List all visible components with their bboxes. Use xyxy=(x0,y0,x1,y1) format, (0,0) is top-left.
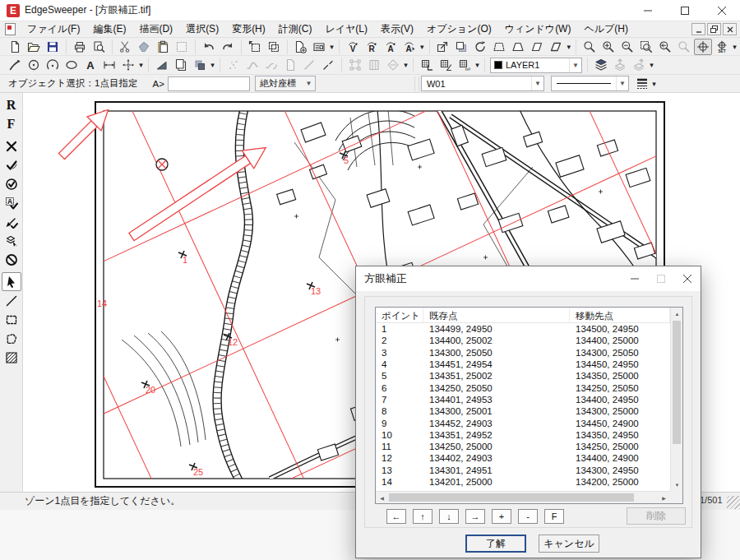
menu-item-1[interactable]: 編集(E) xyxy=(86,21,132,38)
menu-item-7[interactable]: 表示(V) xyxy=(374,21,420,38)
line-slash-button[interactable] xyxy=(319,57,337,73)
nudge-button-plus[interactable]: + xyxy=(492,509,511,524)
scroll-down-icon[interactable]: ▼ xyxy=(671,479,683,491)
coord-mode-select[interactable]: 絶対座標 ▼ xyxy=(255,76,316,91)
group-overflow[interactable]: ▾ xyxy=(732,39,738,55)
doc-add-button[interactable] xyxy=(291,39,309,55)
trapezoid-dashed-button[interactable] xyxy=(490,39,508,55)
column-header-2[interactable]: 移動先点 xyxy=(570,308,670,322)
points-list[interactable]: ポイント既存点移動先点 1134499, 24950134500, 249502… xyxy=(375,307,683,504)
close-button[interactable] xyxy=(703,0,740,21)
tool-check-pen-button[interactable] xyxy=(2,212,21,231)
menu-item-4[interactable]: 変形(H) xyxy=(225,21,272,38)
chevron-down-icon[interactable]: ▼ xyxy=(531,76,543,90)
line-style-select[interactable]: ▼ xyxy=(551,76,629,91)
tool-prohibit-button[interactable] xyxy=(2,250,21,269)
zoom-out-button[interactable] xyxy=(618,39,636,55)
table-row[interactable]: 1134499, 24950134500, 24950 xyxy=(376,323,670,335)
scroll-up-icon[interactable]: ▲ xyxy=(671,308,683,320)
nudge-button-down[interactable]: ↓ xyxy=(439,509,459,524)
tool-check-text-button[interactable]: A xyxy=(2,193,21,212)
minimize-button[interactable] xyxy=(629,0,666,21)
property-list-button[interactable] xyxy=(310,39,328,55)
nudge-button-minus[interactable]: - xyxy=(518,509,538,524)
nudge-button-left[interactable]: ← xyxy=(386,509,406,524)
zoom-region-button[interactable] xyxy=(637,39,655,55)
rotate-a-button[interactable]: A xyxy=(382,39,400,55)
horizontal-scrollbar[interactable]: ◀ ▶ xyxy=(376,491,670,503)
group-overflow[interactable]: ▾ xyxy=(138,57,144,73)
erase-button[interactable] xyxy=(135,39,153,55)
horizontal-scroll-thumb[interactable] xyxy=(389,493,634,502)
rotate-v-button[interactable]: V xyxy=(344,39,362,55)
document-icon[interactable] xyxy=(5,23,16,35)
arc-center-button[interactable] xyxy=(44,57,62,73)
copy-object-button[interactable] xyxy=(172,57,190,73)
nudge-button-up[interactable]: ↑ xyxy=(413,509,432,524)
measure-angle-button[interactable] xyxy=(437,57,455,73)
table-row[interactable]: 5134351, 25002134350, 25000 xyxy=(376,370,670,382)
undo-button[interactable] xyxy=(200,39,218,55)
scroll-right-icon[interactable]: ▶ xyxy=(658,492,670,504)
maximize-button[interactable] xyxy=(666,0,703,21)
menu-item-8[interactable]: オプション(O) xyxy=(420,21,498,38)
shape-copy-button[interactable] xyxy=(452,39,470,55)
tool-hatch-button[interactable] xyxy=(2,348,21,367)
group-overflow[interactable]: ▾ xyxy=(474,57,480,73)
tool-r-button[interactable]: R xyxy=(2,95,21,114)
rect-stack-button[interactable] xyxy=(191,57,209,73)
zoom-tool-button[interactable] xyxy=(580,39,599,55)
menu-item-10[interactable]: ヘルプ(H) xyxy=(577,21,635,38)
group-overflow[interactable]: ▾ xyxy=(419,39,425,55)
print-preview-button[interactable] xyxy=(90,39,108,55)
print-button[interactable] xyxy=(71,39,89,55)
table-row[interactable]: 3134300, 25050134300, 25050 xyxy=(376,347,670,359)
coord-input[interactable] xyxy=(168,76,250,91)
group-overflow[interactable]: ▾ xyxy=(566,39,571,55)
menu-item-0[interactable]: ファイル(F) xyxy=(21,21,86,38)
column-header-1[interactable]: 既存点 xyxy=(423,308,570,322)
mdi-minimize-button[interactable] xyxy=(691,23,705,35)
view-center-button[interactable] xyxy=(694,39,712,55)
open-file-button[interactable] xyxy=(25,39,43,55)
tool-arrow-button[interactable] xyxy=(2,272,21,291)
tool-check-circle-button[interactable] xyxy=(2,174,21,193)
table-row[interactable]: 13134301, 24951134300, 24950 xyxy=(376,465,670,476)
measure-area-button[interactable]: m² xyxy=(456,57,474,73)
nudge-button-right[interactable]: → xyxy=(465,509,485,524)
table-row[interactable]: 10134351, 24952134350, 24950 xyxy=(376,429,670,441)
tool-rect-select-button[interactable] xyxy=(2,310,21,329)
rotate-r-button[interactable]: R xyxy=(363,39,381,55)
save-file-button[interactable] xyxy=(44,39,62,55)
mdi-close-button[interactable] xyxy=(723,23,737,35)
table-row[interactable]: 14134201, 25000134200, 25000 xyxy=(376,476,670,488)
text-tool-button[interactable]: A xyxy=(81,57,99,73)
table-row[interactable]: 4134451, 24954134450, 24950 xyxy=(376,359,670,370)
scroll-left-icon[interactable]: ◀ xyxy=(376,492,388,504)
group-overflow[interactable]: ▾ xyxy=(210,57,215,73)
paste-button[interactable] xyxy=(154,39,172,55)
list-header[interactable]: ポイント既存点移動先点 xyxy=(376,308,670,323)
ok-button[interactable]: 了解 xyxy=(465,535,526,553)
circle-center-button[interactable] xyxy=(25,57,43,73)
menu-item-6[interactable]: レイヤ(L) xyxy=(318,21,374,38)
group-overflow[interactable]: ▾ xyxy=(651,76,657,92)
tool-delete-x-button[interactable] xyxy=(2,137,21,155)
pen-line-button[interactable] xyxy=(6,57,24,73)
rotate-a-move-button[interactable]: A xyxy=(400,39,419,55)
column-header-0[interactable]: ポイント xyxy=(376,308,423,322)
vertical-scrollbar[interactable]: ▲ ▼ xyxy=(670,308,682,491)
redo-button[interactable] xyxy=(219,39,237,55)
table-row[interactable]: 9134452, 24903134450, 24900 xyxy=(376,417,670,428)
table-row[interactable]: 12134402, 24903134400, 24900 xyxy=(376,452,670,464)
menu-item-2[interactable]: 描画(D) xyxy=(132,21,179,38)
tool-check-button[interactable] xyxy=(2,155,21,174)
table-row[interactable]: 11134250, 25000134250, 25000 xyxy=(376,441,670,452)
tool-hand-select-button[interactable] xyxy=(2,231,21,250)
move-point-button[interactable] xyxy=(119,57,137,73)
group-overflow[interactable]: ▾ xyxy=(649,57,654,73)
dimension-button[interactable] xyxy=(100,57,118,73)
menu-item-9[interactable]: ウィンドウ(W) xyxy=(498,21,578,38)
pen-select[interactable]: W01 ▼ xyxy=(421,76,544,91)
menu-item-3[interactable]: 選択(S) xyxy=(179,21,225,38)
